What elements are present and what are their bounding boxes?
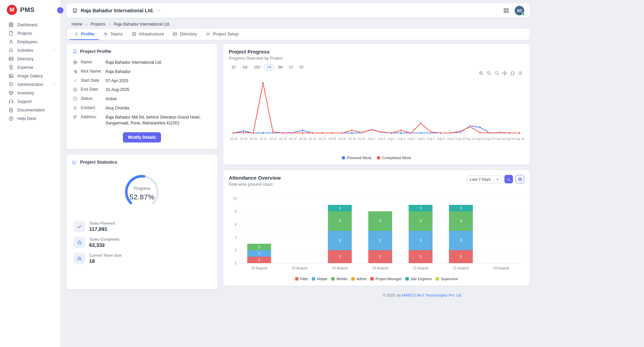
breadcrumb-item-projects[interactable]: Projects — [91, 22, 105, 27]
legend-item-planned-work[interactable]: Planned Work — [342, 156, 371, 160]
sidebar-item-projects[interactable]: Projects — [0, 29, 60, 37]
bar-view-button[interactable] — [504, 175, 513, 183]
legend-item-fitter[interactable]: Fitter — [295, 277, 308, 281]
chevron-down-icon — [157, 9, 161, 13]
pan-icon[interactable] — [502, 71, 507, 76]
tab-directory[interactable]: Directory — [168, 29, 201, 40]
menu-icon[interactable] — [518, 71, 523, 76]
svg-text:Jul 22: Jul 22 — [269, 137, 277, 140]
employees-icon — [9, 39, 14, 44]
sidebar-item-directory[interactable]: Directory — [0, 55, 60, 63]
projects-icon — [9, 31, 14, 36]
project-progress-card: Project Progress Progress Overview by Pr… — [223, 44, 530, 165]
table-icon — [518, 177, 522, 182]
sidebar-item-label: Expense — [17, 65, 33, 70]
footer-link[interactable]: MARCO AIoT Technologies Pvt. Ltd. — [402, 293, 462, 297]
home-icon[interactable] — [510, 71, 515, 76]
sidebar-item-employees[interactable]: Employees — [0, 37, 60, 46]
svg-text:Aug 1: Aug 1 — [368, 137, 375, 140]
field-value: 07-Apr-2025 — [106, 78, 211, 84]
helpdesk-icon — [9, 116, 14, 121]
sidebar-item-image-gallery[interactable]: Image Gallery — [0, 72, 60, 80]
left-column: Project Profile Name:Raja Bahadur Intern… — [67, 44, 217, 289]
topbar-actions: AD — [503, 6, 524, 15]
stat-label: Tasks Planned — [89, 221, 115, 225]
svg-text:Aug 11: Aug 11 — [466, 137, 475, 140]
tab-label: Directory — [180, 32, 197, 36]
range-1w[interactable]: 1W — [240, 64, 250, 71]
range-15d[interactable]: 15D — [251, 64, 263, 71]
breadcrumb-item-home[interactable]: Home — [71, 22, 82, 27]
bar-chart-icon — [506, 177, 511, 182]
app-logo[interactable]: M PMS — [0, 0, 60, 18]
legend-item-project-manager[interactable]: Project Manager — [370, 277, 402, 281]
legend-item-site-engineer[interactable]: Site Engineer — [405, 277, 432, 281]
svg-text:3: 3 — [420, 219, 422, 223]
sidebar-item-inventory[interactable]: Inventory — [0, 89, 60, 97]
svg-text:14 August: 14 August — [332, 266, 348, 270]
stat-current-team-size: Current Team Size18 — [74, 253, 210, 264]
tab-teams[interactable]: Teams — [99, 29, 127, 40]
sidebar-collapse-button[interactable]: ‹ — [57, 7, 63, 13]
tab-profile[interactable]: Profile — [69, 29, 99, 40]
legend-item-welder[interactable]: Welder — [331, 277, 348, 281]
footer-text: © 2025, by — [383, 293, 402, 297]
sidebar-item-dashboard[interactable]: Dashboard — [0, 20, 60, 29]
sidebar-item-help-desk[interactable]: Help Desk — [0, 114, 60, 123]
company-name: Raja Bahadur International Ltd. — [81, 8, 154, 13]
range-5y[interactable]: 5Y — [297, 64, 306, 71]
legend-item-completed-work[interactable]: Completed Work — [377, 156, 411, 160]
apps-grid-icon[interactable] — [503, 7, 509, 14]
field-value: Raja Bahadur — [106, 69, 211, 75]
app-brand: PMS — [20, 6, 35, 14]
expense-icon — [9, 65, 14, 70]
flag-icon — [73, 115, 78, 120]
svg-text:1: 1 — [258, 245, 260, 249]
legend-item-supervisor[interactable]: Supervisor — [436, 277, 458, 281]
card-title: Project Statistics — [80, 160, 117, 165]
profile-field-nick-name: Nick Name:Raja Bahadur — [72, 67, 212, 76]
svg-text:Jul 20: Jul 20 — [249, 137, 257, 140]
sidebar-item-documentation[interactable]: Documentation — [0, 106, 60, 114]
tab-label: Teams — [110, 32, 123, 36]
administration-icon — [9, 82, 14, 87]
svg-text:Jul 26: Jul 26 — [308, 137, 317, 140]
range-3m[interactable]: 3M — [275, 64, 285, 71]
shield-icon — [73, 96, 78, 101]
svg-text:Aug 4: Aug 4 — [397, 137, 405, 140]
legend-item-helper[interactable]: Helper — [312, 277, 327, 281]
field-value: Raja Bahadur International Ltd. — [106, 60, 211, 65]
svg-text:Aug 5: Aug 5 — [407, 137, 415, 140]
range-1y[interactable]: 1Y — [286, 64, 296, 71]
legend-item-admin[interactable]: Admin — [351, 277, 367, 281]
svg-text:Jul 19: Jul 19 — [239, 137, 247, 140]
svg-text:0: 0 — [235, 261, 237, 265]
sidebar-nav: DashboardProjectsEmployeesActivitiesDire… — [0, 18, 60, 125]
sidebar-item-activities[interactable]: Activities — [0, 46, 60, 55]
chart-toolbar — [479, 71, 523, 76]
tab-infrastructure[interactable]: Infrastructure — [127, 29, 168, 40]
zoom-out-icon[interactable] — [486, 71, 492, 76]
svg-text:Aug 7: Aug 7 — [427, 137, 435, 140]
range-1d[interactable]: 1D — [229, 64, 239, 71]
selection-zoom-icon[interactable] — [494, 71, 499, 76]
svg-text:3: 3 — [379, 219, 381, 223]
zoom-in-icon[interactable] — [479, 71, 484, 76]
chevron-down-icon: ▾ — [497, 178, 498, 181]
sidebar-item-administration[interactable]: Administration — [0, 80, 60, 89]
sidebar-item-expense[interactable]: Expense — [0, 63, 60, 72]
sidebar-item-support[interactable]: Support — [0, 97, 60, 106]
user-avatar[interactable]: AD — [515, 6, 524, 15]
company-selector[interactable]: Raja Bahadur International Ltd. — [72, 8, 161, 13]
modify-details-button[interactable]: Modify Details — [123, 132, 161, 142]
svg-text:2: 2 — [420, 255, 422, 259]
content-grid: Project Profile Name:Raja Bahadur Intern… — [67, 44, 530, 297]
tab-project-setup[interactable]: Project Setup — [201, 29, 243, 40]
svg-text:2: 2 — [235, 248, 237, 252]
range-1m[interactable]: 1M — [264, 64, 274, 71]
table-view-button[interactable] — [516, 175, 524, 183]
svg-text:12 August: 12 August — [413, 266, 429, 270]
svg-text:Jul 30: Jul 30 — [348, 137, 356, 140]
svg-text:Jul 25: Jul 25 — [299, 137, 307, 140]
attendance-range-select[interactable]: Last 7 Days ▾ — [467, 175, 502, 183]
